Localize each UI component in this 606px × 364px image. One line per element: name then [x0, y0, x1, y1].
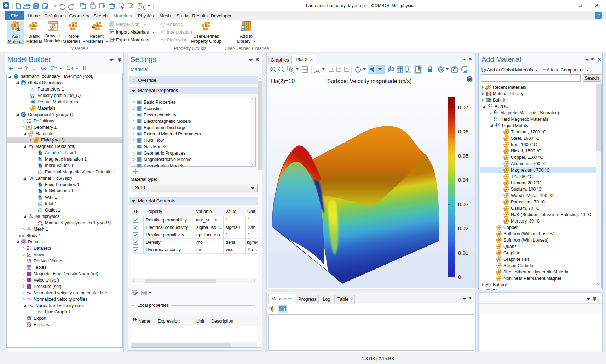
svg-text:P: P — [30, 87, 33, 92]
svg-text:f(x): f(x) — [30, 93, 35, 97]
svg-text:D: D — [39, 183, 41, 185]
svg-text:Ha(2)=10: Ha(2)=10 — [271, 78, 295, 84]
svg-text:D: D — [39, 189, 41, 191]
svg-text:0.04: 0.04 — [458, 177, 468, 183]
svg-text:0.07: 0.07 — [458, 104, 468, 110]
svg-text:Ω: Ω — [22, 113, 25, 117]
svg-text:D: D — [39, 157, 41, 160]
svg-text:+: + — [38, 223, 39, 226]
svg-text:i: i — [33, 88, 34, 92]
svg-text:0.06: 0.06 — [458, 128, 468, 134]
svg-text:D: D — [39, 195, 41, 198]
svg-text:xz: xz — [346, 67, 349, 70]
svg-text:yz: yz — [338, 67, 341, 70]
svg-text:Surface: Velocity magnitude (m: Surface: Velocity magnitude (m/s) — [327, 78, 411, 84]
svg-text:D: D — [39, 163, 41, 166]
svg-text:0.03: 0.03 — [458, 201, 468, 207]
svg-text:D: D — [39, 151, 41, 153]
svg-text:0.05: 0.05 — [458, 153, 468, 159]
svg-text:+: + — [28, 147, 30, 149]
svg-text:8.85: 8.85 — [27, 259, 31, 261]
svg-text:e-12: e-12 — [27, 261, 31, 264]
svg-text:0.02: 0.02 — [458, 225, 468, 231]
svg-text:0: 0 — [458, 274, 461, 280]
svg-text:xy: xy — [330, 67, 333, 70]
svg-text:0.01: 0.01 — [458, 250, 468, 256]
